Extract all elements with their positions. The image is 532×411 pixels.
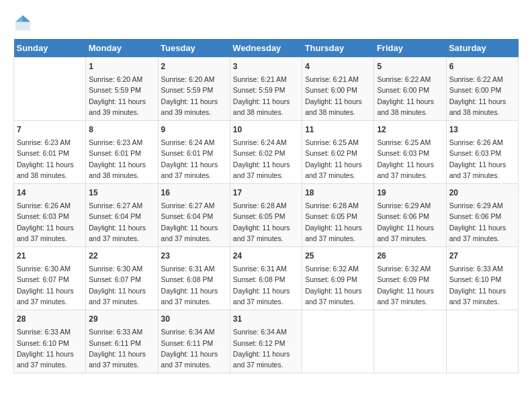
calendar-body: 1Sunrise: 6:20 AM Sunset: 5:59 PM Daylig… xyxy=(14,58,519,373)
calendar-cell: 31Sunrise: 6:34 AM Sunset: 6:12 PM Dayli… xyxy=(230,310,302,373)
day-header-friday: Friday xyxy=(374,39,446,58)
calendar-cell: 3Sunrise: 6:21 AM Sunset: 5:59 PM Daylig… xyxy=(230,58,302,121)
calendar-cell: 5Sunrise: 6:22 AM Sunset: 6:00 PM Daylig… xyxy=(374,58,446,121)
cell-content: Sunrise: 6:33 AM Sunset: 6:10 PM Dayligh… xyxy=(17,326,83,370)
day-number: 13 xyxy=(449,124,515,136)
cell-content: Sunrise: 6:28 AM Sunset: 6:05 PM Dayligh… xyxy=(305,200,371,244)
svg-marker-1 xyxy=(23,15,30,22)
calendar-cell: 10Sunrise: 6:24 AM Sunset: 6:02 PM Dayli… xyxy=(230,121,302,184)
calendar-cell: 30Sunrise: 6:34 AM Sunset: 6:11 PM Dayli… xyxy=(158,310,230,373)
cell-content: Sunrise: 6:21 AM Sunset: 6:00 PM Dayligh… xyxy=(305,74,371,118)
day-number: 5 xyxy=(377,60,443,73)
day-number: 10 xyxy=(233,124,299,136)
calendar-cell: 22Sunrise: 6:30 AM Sunset: 6:07 PM Dayli… xyxy=(86,247,158,310)
day-number: 22 xyxy=(89,250,154,262)
logo xyxy=(13,13,35,32)
calendar-cell: 28Sunrise: 6:33 AM Sunset: 6:10 PM Dayli… xyxy=(14,310,86,373)
calendar-cell: 25Sunrise: 6:32 AM Sunset: 6:09 PM Dayli… xyxy=(302,247,374,310)
calendar-cell: 19Sunrise: 6:29 AM Sunset: 6:06 PM Dayli… xyxy=(374,184,446,247)
calendar-cell: 9Sunrise: 6:24 AM Sunset: 6:01 PM Daylig… xyxy=(158,121,230,184)
cell-content: Sunrise: 6:34 AM Sunset: 6:11 PM Dayligh… xyxy=(161,326,227,370)
day-number: 25 xyxy=(305,250,371,262)
day-number: 17 xyxy=(233,187,299,199)
calendar-cell: 1Sunrise: 6:20 AM Sunset: 5:59 PM Daylig… xyxy=(86,58,158,121)
calendar-cell: 23Sunrise: 6:31 AM Sunset: 6:08 PM Dayli… xyxy=(158,247,230,310)
cell-content: Sunrise: 6:25 AM Sunset: 6:02 PM Dayligh… xyxy=(305,137,371,181)
calendar-header: SundayMondayTuesdayWednesdayThursdayFrid… xyxy=(14,39,519,58)
day-number: 18 xyxy=(305,187,371,199)
svg-marker-2 xyxy=(15,15,23,22)
day-header-sunday: Sunday xyxy=(14,39,86,58)
day-header-tuesday: Tuesday xyxy=(158,39,230,58)
cell-content: Sunrise: 6:26 AM Sunset: 6:03 PM Dayligh… xyxy=(449,137,515,181)
cell-content: Sunrise: 6:20 AM Sunset: 5:59 PM Dayligh… xyxy=(89,74,154,118)
calendar-cell: 27Sunrise: 6:33 AM Sunset: 6:10 PM Dayli… xyxy=(446,247,518,310)
day-header-saturday: Saturday xyxy=(446,39,518,58)
day-number: 21 xyxy=(17,250,83,262)
cell-content: Sunrise: 6:27 AM Sunset: 6:04 PM Dayligh… xyxy=(161,200,227,244)
calendar-week-1: 1Sunrise: 6:20 AM Sunset: 5:59 PM Daylig… xyxy=(14,58,519,121)
day-number: 20 xyxy=(449,187,515,199)
day-number: 11 xyxy=(305,124,371,136)
day-number: 16 xyxy=(161,187,227,199)
cell-content: Sunrise: 6:23 AM Sunset: 6:01 PM Dayligh… xyxy=(17,137,83,181)
day-number: 31 xyxy=(233,313,299,325)
day-number: 6 xyxy=(449,60,515,73)
day-number: 29 xyxy=(89,313,154,325)
calendar-cell xyxy=(446,310,518,373)
day-header-thursday: Thursday xyxy=(302,39,374,58)
calendar-cell: 13Sunrise: 6:26 AM Sunset: 6:03 PM Dayli… xyxy=(446,121,518,184)
cell-content: Sunrise: 6:31 AM Sunset: 6:08 PM Dayligh… xyxy=(161,263,227,307)
cell-content: Sunrise: 6:32 AM Sunset: 6:09 PM Dayligh… xyxy=(305,263,371,307)
calendar-cell: 15Sunrise: 6:27 AM Sunset: 6:04 PM Dayli… xyxy=(86,184,158,247)
calendar-week-5: 28Sunrise: 6:33 AM Sunset: 6:10 PM Dayli… xyxy=(14,310,519,373)
cell-content: Sunrise: 6:27 AM Sunset: 6:04 PM Dayligh… xyxy=(89,200,154,244)
day-number: 8 xyxy=(89,124,154,136)
calendar-week-2: 7Sunrise: 6:23 AM Sunset: 6:01 PM Daylig… xyxy=(14,121,519,184)
calendar-cell: 2Sunrise: 6:20 AM Sunset: 5:59 PM Daylig… xyxy=(158,58,230,121)
cell-content: Sunrise: 6:33 AM Sunset: 6:10 PM Dayligh… xyxy=(449,263,515,307)
cell-content: Sunrise: 6:26 AM Sunset: 6:03 PM Dayligh… xyxy=(17,200,83,244)
cell-content: Sunrise: 6:24 AM Sunset: 6:02 PM Dayligh… xyxy=(233,137,299,181)
calendar-cell: 20Sunrise: 6:29 AM Sunset: 6:06 PM Dayli… xyxy=(446,184,518,247)
calendar-cell: 7Sunrise: 6:23 AM Sunset: 6:01 PM Daylig… xyxy=(14,121,86,184)
calendar-cell: 4Sunrise: 6:21 AM Sunset: 6:00 PM Daylig… xyxy=(302,58,374,121)
day-number: 12 xyxy=(377,124,443,136)
cell-content: Sunrise: 6:25 AM Sunset: 6:03 PM Dayligh… xyxy=(377,137,443,181)
calendar-cell: 24Sunrise: 6:31 AM Sunset: 6:08 PM Dayli… xyxy=(230,247,302,310)
day-number: 26 xyxy=(377,250,443,262)
cell-content: Sunrise: 6:32 AM Sunset: 6:09 PM Dayligh… xyxy=(377,263,443,307)
calendar-cell: 12Sunrise: 6:25 AM Sunset: 6:03 PM Dayli… xyxy=(374,121,446,184)
calendar-cell: 6Sunrise: 6:22 AM Sunset: 6:00 PM Daylig… xyxy=(446,58,518,121)
cell-content: Sunrise: 6:29 AM Sunset: 6:06 PM Dayligh… xyxy=(449,200,515,244)
day-number: 27 xyxy=(449,250,515,262)
day-number: 15 xyxy=(89,187,154,199)
calendar-cell: 17Sunrise: 6:28 AM Sunset: 6:05 PM Dayli… xyxy=(230,184,302,247)
cell-content: Sunrise: 6:22 AM Sunset: 6:00 PM Dayligh… xyxy=(449,74,515,118)
cell-content: Sunrise: 6:22 AM Sunset: 6:00 PM Dayligh… xyxy=(377,74,443,118)
day-header-wednesday: Wednesday xyxy=(230,39,302,58)
cell-content: Sunrise: 6:30 AM Sunset: 6:07 PM Dayligh… xyxy=(17,263,83,307)
calendar-cell xyxy=(14,58,86,121)
day-number: 4 xyxy=(305,60,371,73)
calendar-week-3: 14Sunrise: 6:26 AM Sunset: 6:03 PM Dayli… xyxy=(14,184,519,247)
day-number: 23 xyxy=(161,250,227,262)
header-row: SundayMondayTuesdayWednesdayThursdayFrid… xyxy=(14,39,519,58)
cell-content: Sunrise: 6:21 AM Sunset: 5:59 PM Dayligh… xyxy=(233,74,299,118)
cell-content: Sunrise: 6:30 AM Sunset: 6:07 PM Dayligh… xyxy=(89,263,154,307)
cell-content: Sunrise: 6:31 AM Sunset: 6:08 PM Dayligh… xyxy=(233,263,299,307)
cell-content: Sunrise: 6:23 AM Sunset: 6:01 PM Dayligh… xyxy=(89,137,154,181)
calendar-week-4: 21Sunrise: 6:30 AM Sunset: 6:07 PM Dayli… xyxy=(14,247,519,310)
page-header xyxy=(13,13,519,32)
calendar-cell: 18Sunrise: 6:28 AM Sunset: 6:05 PM Dayli… xyxy=(302,184,374,247)
calendar-cell: 29Sunrise: 6:33 AM Sunset: 6:11 PM Dayli… xyxy=(86,310,158,373)
day-header-monday: Monday xyxy=(86,39,158,58)
cell-content: Sunrise: 6:20 AM Sunset: 5:59 PM Dayligh… xyxy=(161,74,227,118)
calendar-cell: 8Sunrise: 6:23 AM Sunset: 6:01 PM Daylig… xyxy=(86,121,158,184)
cell-content: Sunrise: 6:24 AM Sunset: 6:01 PM Dayligh… xyxy=(161,137,227,181)
cell-content: Sunrise: 6:29 AM Sunset: 6:06 PM Dayligh… xyxy=(377,200,443,244)
calendar-cell: 14Sunrise: 6:26 AM Sunset: 6:03 PM Dayli… xyxy=(14,184,86,247)
day-number: 28 xyxy=(17,313,83,325)
calendar-table: SundayMondayTuesdayWednesdayThursdayFrid… xyxy=(13,39,519,373)
cell-content: Sunrise: 6:28 AM Sunset: 6:05 PM Dayligh… xyxy=(233,200,299,244)
